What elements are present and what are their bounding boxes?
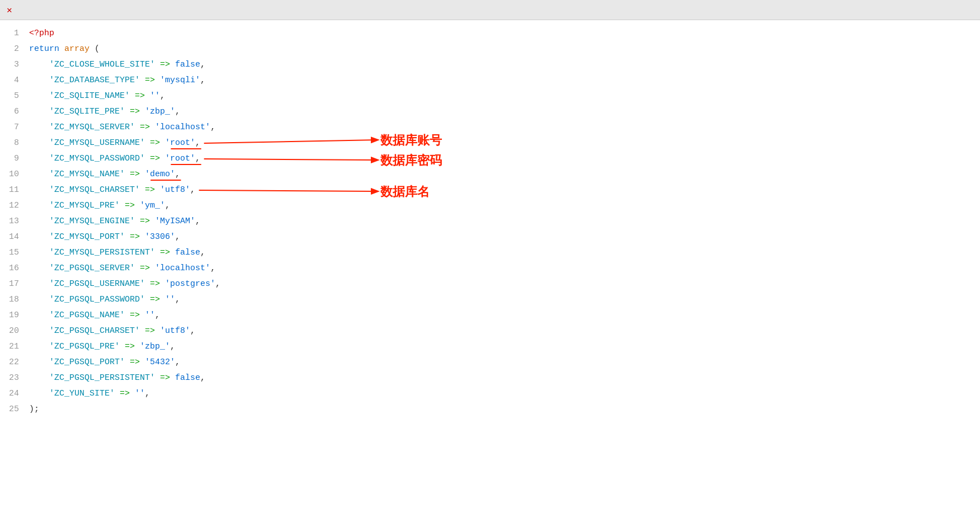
table-row: 2return array ( [0,41,980,57]
line-content: 'ZC_SQLITE_NAME' => '', [29,88,980,104]
line-number: 20 [0,323,29,339]
line-number: 13 [0,214,29,229]
table-row: 7 'ZC_MYSQL_SERVER' => 'localhost', [0,120,980,135]
code-editor: 1<?php2return array (3 'ZC_CLOSE_WHOLE_S… [0,20,980,508]
line-number: 8 [0,135,29,151]
line-number: 6 [0,104,29,120]
line-content: 'ZC_MYSQL_PASSWORD' => 'root', [29,151,980,167]
line-number: 25 [0,402,29,417]
line-number: 19 [0,308,29,323]
table-row: 10 'ZC_MYSQL_NAME' => 'demo', [0,167,980,182]
line-content: 'ZC_MYSQL_USERNAME' => 'root', [29,135,980,151]
line-content: 'ZC_PGSQL_SERVER' => 'localhost', [29,261,980,276]
line-content: 'ZC_CLOSE_WHOLE_SITE' => false, [29,57,980,73]
title-bar: ✕ [0,0,980,20]
line-content: 'ZC_SQLITE_PRE' => 'zbp_', [29,104,980,120]
table-row: 18 'ZC_PGSQL_PASSWORD' => '', [0,292,980,308]
table-row: 5 'ZC_SQLITE_NAME' => '', [0,88,980,104]
line-number: 4 [0,73,29,88]
table-row: 22 'ZC_PGSQL_PORT' => '5432', [0,355,980,370]
line-number: 22 [0,355,29,370]
line-number: 21 [0,339,29,355]
line-number: 18 [0,292,29,308]
line-content: 'ZC_MYSQL_PORT' => '3306', [29,229,980,245]
line-number: 9 [0,151,29,167]
line-content: 'ZC_PGSQL_NAME' => '', [29,308,980,323]
table-row: 3 'ZC_CLOSE_WHOLE_SITE' => false, [0,57,980,73]
table-row: 15 'ZC_MYSQL_PERSISTENT' => false, [0,245,980,261]
table-row: 6 'ZC_SQLITE_PRE' => 'zbp_', [0,104,980,120]
line-content: 'ZC_PGSQL_PORT' => '5432', [29,355,980,370]
table-row: 13 'ZC_MYSQL_ENGINE' => 'MyISAM', [0,214,980,229]
line-number: 7 [0,120,29,135]
close-button[interactable]: ✕ [7,4,12,16]
line-number: 24 [0,386,29,402]
line-number: 5 [0,88,29,104]
line-content: 'ZC_PGSQL_PERSISTENT' => false, [29,370,980,386]
table-row: 11 'ZC_MYSQL_CHARSET' => 'utf8', [0,182,980,198]
table-row: 19 'ZC_PGSQL_NAME' => '', [0,308,980,323]
table-row: 8 'ZC_MYSQL_USERNAME' => 'root', [0,135,980,151]
line-number: 12 [0,198,29,214]
line-number: 3 [0,57,29,73]
line-number: 10 [0,167,29,182]
line-content: return array ( [29,41,980,57]
window: ✕ 1<?php2return array (3 'ZC_CLOSE_WHOLE… [0,0,980,508]
table-row: 17 'ZC_PGSQL_USERNAME' => 'postgres', [0,276,980,292]
line-number: 14 [0,229,29,245]
table-row: 23 'ZC_PGSQL_PERSISTENT' => false, [0,370,980,386]
line-content: 'ZC_MYSQL_PERSISTENT' => false, [29,245,980,261]
table-row: 9 'ZC_MYSQL_PASSWORD' => 'root', [0,151,980,167]
table-row: 21 'ZC_PGSQL_PRE' => 'zbp_', [0,339,980,355]
line-number: 16 [0,261,29,276]
line-content: <?php [29,26,980,41]
line-content: 'ZC_PGSQL_USERNAME' => 'postgres', [29,276,980,292]
line-content: 'ZC_PGSQL_PRE' => 'zbp_', [29,339,980,355]
line-content: 'ZC_MYSQL_CHARSET' => 'utf8', [29,182,980,198]
table-row: 24 'ZC_YUN_SITE' => '', [0,386,980,402]
line-content: ); [29,402,980,417]
line-number: 1 [0,26,29,41]
line-content: 'ZC_MYSQL_ENGINE' => 'MyISAM', [29,214,980,229]
table-row: 20 'ZC_PGSQL_CHARSET' => 'utf8', [0,323,980,339]
table-row: 14 'ZC_MYSQL_PORT' => '3306', [0,229,980,245]
table-row: 4 'ZC_DATABASE_TYPE' => 'mysqli', [0,73,980,88]
line-number: 11 [0,182,29,198]
line-number: 23 [0,370,29,386]
table-row: 1<?php [0,26,980,41]
line-number: 2 [0,41,29,57]
line-content: 'ZC_YUN_SITE' => '', [29,386,980,402]
line-content: 'ZC_MYSQL_NAME' => 'demo', [29,167,980,182]
line-content: 'ZC_PGSQL_PASSWORD' => '', [29,292,980,308]
line-number: 15 [0,245,29,261]
table-row: 12 'ZC_MYSQL_PRE' => 'ym_', [0,198,980,214]
line-number: 17 [0,276,29,292]
line-content: 'ZC_PGSQL_CHARSET' => 'utf8', [29,323,980,339]
table-row: 16 'ZC_PGSQL_SERVER' => 'localhost', [0,261,980,276]
table-row: 25); [0,402,980,417]
line-content: 'ZC_MYSQL_SERVER' => 'localhost', [29,120,980,135]
line-content: 'ZC_MYSQL_PRE' => 'ym_', [29,198,980,214]
line-content: 'ZC_DATABASE_TYPE' => 'mysqli', [29,73,980,88]
